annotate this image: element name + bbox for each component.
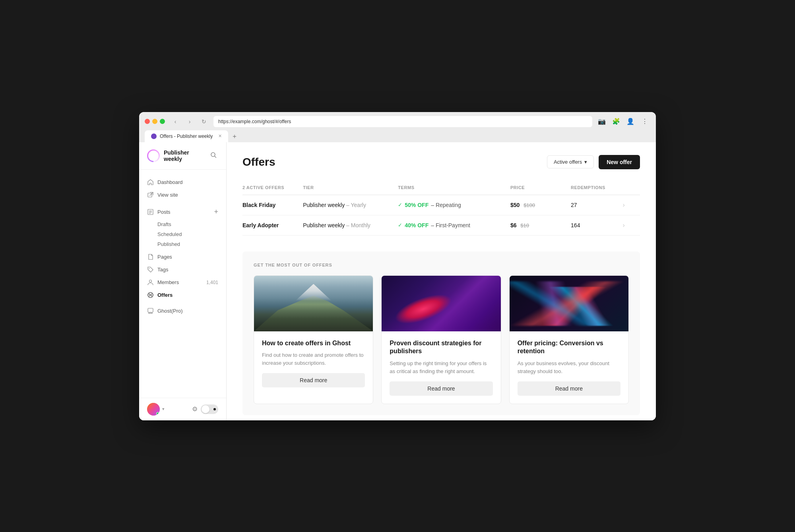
sidebar-item-dashboard[interactable]: Dashboard — [139, 176, 226, 189]
card-description: As your business evolves, your discount … — [518, 360, 620, 375]
chevron-right-icon: › — [622, 201, 624, 208]
active-offers-button[interactable]: Active offers ▾ — [547, 155, 594, 168]
resource-card: Offer pricing: Conversion vs retention A… — [509, 275, 629, 404]
sidebar-item-viewsite[interactable]: View site — [139, 189, 226, 201]
sidebar-item-published[interactable]: Published — [139, 239, 226, 249]
card-image-mountain — [254, 276, 373, 331]
site-logo-icon — [147, 149, 160, 162]
sidebar-item-scheduled[interactable]: Scheduled — [139, 229, 226, 239]
svg-rect-14 — [149, 313, 152, 313]
traffic-lights — [145, 119, 165, 124]
tab-close-icon[interactable]: ✕ — [218, 133, 222, 139]
offers-label: Offers — [157, 292, 173, 298]
new-offer-button[interactable]: New offer — [599, 155, 640, 169]
avatar — [147, 403, 160, 416]
read-more-button[interactable]: Read more — [390, 381, 493, 396]
offer-terms: ✓ 50% OFF – Repeating — [398, 195, 510, 215]
read-more-button[interactable]: Read more — [262, 373, 365, 387]
card-body: How to create offers in Ghost Find out h… — [254, 331, 373, 396]
offer-tier: Publisher weekly – Yearly — [303, 195, 398, 215]
menu-icon[interactable]: ⋮ — [639, 116, 650, 127]
ghostpro-icon — [147, 308, 153, 314]
redemptions-column-header: REDEMPTIONS — [571, 182, 622, 195]
user-status-dot — [156, 412, 159, 415]
new-post-button[interactable]: + — [214, 208, 218, 216]
back-button[interactable]: ‹ — [170, 116, 181, 127]
offer-terms: ✓ 40% OFF – First-Payment — [398, 215, 510, 235]
card-image-purple — [382, 276, 500, 331]
sidebar-item-ghostpro[interactable]: Ghost(Pro) — [139, 305, 226, 317]
maximize-button[interactable] — [160, 119, 165, 124]
table-row[interactable]: Black Friday Publisher weekly – Yearly ✓… — [242, 195, 640, 215]
tags-label: Tags — [157, 267, 168, 273]
card-image-trails — [510, 276, 628, 331]
chevron-right-icon: › — [622, 222, 624, 228]
forward-button[interactable]: › — [184, 116, 195, 127]
resources-section: GET THE MOST OUT OF OFFERS How to create… — [242, 251, 640, 416]
home-icon — [147, 179, 153, 186]
resource-card: How to create offers in Ghost Find out h… — [254, 275, 373, 404]
svg-point-11 — [149, 294, 149, 294]
sidebar-item-posts[interactable]: Posts — [147, 209, 171, 215]
minimize-button[interactable] — [152, 119, 157, 124]
sidebar-nav: Dashboard View site — [139, 170, 226, 398]
terms-column-header: TERMS — [398, 182, 510, 195]
page-header: Offers Active offers ▾ New offer — [242, 155, 640, 169]
profile-icon[interactable]: 👤 — [625, 116, 636, 127]
user-menu[interactable]: ▾ — [147, 403, 165, 416]
discount-badge: 40% OFF — [405, 222, 429, 228]
table-row[interactable]: Early Adopter Publisher weekly – Monthly… — [242, 215, 640, 235]
members-label: Members — [157, 279, 179, 285]
sidebar-item-tags[interactable]: Tags — [139, 263, 226, 276]
sidebar-item-offers[interactable]: Offers — [139, 289, 226, 302]
pages-label: Pages — [157, 254, 172, 260]
footer-actions: ⚙ — [192, 404, 218, 414]
read-more-button[interactable]: Read more — [518, 381, 620, 396]
svg-rect-13 — [148, 308, 153, 312]
search-icon — [210, 152, 217, 158]
search-button[interactable] — [209, 150, 218, 161]
header-actions: Active offers ▾ New offer — [547, 155, 640, 169]
svg-line-1 — [215, 156, 216, 158]
sidebar-item-drafts[interactable]: Drafts — [139, 219, 226, 229]
extensions-icon[interactable]: 🧩 — [611, 116, 622, 127]
svg-point-8 — [149, 280, 151, 282]
dark-mode-toggle[interactable] — [201, 404, 218, 414]
settings-icon[interactable]: ⚙ — [192, 405, 198, 413]
sidebar-header: Publisher weekly — [139, 142, 226, 170]
posts-icon — [147, 209, 153, 215]
camera-icon[interactable]: 📷 — [596, 116, 607, 127]
sidebar-item-pages[interactable]: Pages — [139, 251, 226, 263]
resources-label: GET THE MOST OUT OF OFFERS — [254, 263, 629, 267]
price-column-header: PRICE — [510, 182, 571, 195]
site-name: Publisher weekly — [164, 149, 209, 162]
active-tab[interactable]: Offers - Publisher weekly ✕ — [145, 130, 228, 142]
resource-card: Proven discount strategies for publisher… — [381, 275, 501, 404]
discount-check-icon: ✓ — [398, 222, 402, 228]
offer-redemptions: 27 — [571, 195, 622, 215]
pages-icon — [147, 254, 153, 260]
offer-price: $50 $100 — [510, 195, 571, 215]
tier-column-header: TIER — [303, 182, 398, 195]
sidebar: Publisher weekly Da — [139, 142, 227, 420]
ghostpro-label: Ghost(Pro) — [157, 308, 183, 314]
card-title: Offer pricing: Conversion vs retention — [518, 339, 620, 356]
svg-point-7 — [149, 268, 149, 269]
tab-favicon — [151, 133, 157, 139]
new-tab-button[interactable]: ＋ — [229, 131, 240, 142]
posts-nav-row: Posts + — [139, 205, 226, 219]
close-button[interactable] — [145, 119, 150, 124]
offer-redemptions: 164 — [571, 215, 622, 235]
tags-icon — [147, 267, 153, 273]
card-body: Proven discount strategies for publisher… — [382, 331, 500, 404]
active-offers-header: 2 ACTIVE OFFERS — [242, 182, 303, 195]
address-bar[interactable]: https://example.com/ghost/#/offers — [213, 116, 592, 127]
svg-rect-2 — [148, 193, 152, 197]
posts-label: Posts — [157, 209, 171, 215]
resource-cards: How to create offers in Ghost Find out h… — [254, 275, 629, 404]
browser-tabs: Offers - Publisher weekly ✕ ＋ — [145, 130, 650, 142]
svg-point-12 — [151, 295, 151, 296]
reload-button[interactable]: ↻ — [198, 116, 209, 127]
card-description: Setting up the right timing for your off… — [390, 360, 493, 375]
sidebar-item-members[interactable]: Members 1,401 — [139, 276, 226, 289]
